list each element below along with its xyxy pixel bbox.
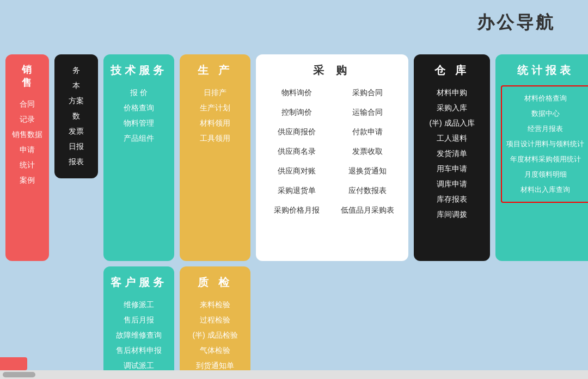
sales-item[interactable]: 统计 <box>20 160 35 170</box>
purchase-item[interactable]: 供应商报价 <box>267 127 327 137</box>
warehouse-item[interactable]: 工人退料 <box>437 134 467 144</box>
stats-items-list: 材料价格查询 数据中心 经营月报表 项目设计用料与领料统计 年度材料采购领用统计… <box>501 85 588 203</box>
card-customer: 客户服务 维修派工 售后月报 故障维修查询 售后材料申报 调试派工 <box>103 266 174 379</box>
purchase-item[interactable]: 运输合同 <box>338 108 397 117</box>
stats-item[interactable]: 年度材料采购领用统计 <box>510 154 581 164</box>
tech-title: 技术服务 <box>111 63 167 78</box>
warehouse-item[interactable]: 库间调拨 <box>437 210 467 220</box>
stats-item[interactable]: 经营月报表 <box>528 124 563 134</box>
stats-item[interactable]: 月度领料明细 <box>524 170 567 179</box>
page-title: 办公导航 <box>477 11 555 35</box>
stats-title: 统计报表 <box>517 63 574 78</box>
purchase-item[interactable]: 控制询价 <box>267 108 327 117</box>
quality-item[interactable]: (半) 成品检验 <box>192 331 237 340</box>
purchase-item[interactable]: 供应商对账 <box>267 166 327 176</box>
tech-item[interactable]: 价格查询 <box>124 103 154 113</box>
quality-item[interactable]: 气体检验 <box>200 346 230 356</box>
sales-title: 销售 <box>22 63 33 89</box>
purchase-item[interactable]: 采购价格月报 <box>267 206 327 215</box>
customer-item[interactable]: 故障维修查询 <box>116 331 162 340</box>
sales-black-item[interactable]: 日报 <box>69 142 84 152</box>
card-sales: 销售 合同 记录 销售数据 申请 统计 案例 <box>5 54 49 261</box>
sales-black-item[interactable]: 务 <box>72 66 80 76</box>
stats-item[interactable]: 数据中心 <box>531 109 560 119</box>
customer-item[interactable]: 维修派工 <box>124 300 154 310</box>
purchase-item[interactable]: 物料询价 <box>267 88 327 98</box>
purchase-item[interactable]: 低值品月采购表 <box>338 206 397 215</box>
tech-item[interactable]: 产品组件 <box>124 134 154 144</box>
scrollbar-thumb[interactable] <box>3 372 35 377</box>
col-tech-customer: 技术服务 报 价 价格查询 物料管理 产品组件 客户服务 维修派工 售后月报 故… <box>103 54 174 379</box>
stats-item[interactable]: 项目设计用料与领料统计 <box>506 139 584 149</box>
sales-black-item[interactable]: 方案 <box>69 96 84 106</box>
quality-item[interactable]: 到货通知单 <box>196 361 234 371</box>
warehouse-item[interactable]: 采购入库 <box>437 103 467 113</box>
production-item[interactable]: 材料领用 <box>200 119 230 128</box>
sales-black-item[interactable]: 发票 <box>69 127 84 136</box>
sales-item[interactable]: 记录 <box>20 115 35 125</box>
card-purchase: 采 购 物料询价 采购合同 控制询价 运输合同 供应商报价 付款申请 供应商名录… <box>256 54 408 261</box>
col-prod-quality: 生 产 日排产 生产计划 材料领用 工具领用 质 检 来料检验 过程检验 (半)… <box>180 54 250 379</box>
card-tech: 技术服务 报 价 价格查询 物料管理 产品组件 <box>103 54 174 261</box>
sales-item[interactable]: 销售数据 <box>12 130 42 140</box>
production-item[interactable]: 工具领用 <box>200 134 230 144</box>
warehouse-item[interactable]: 材料申购 <box>437 88 467 98</box>
warehouse-item[interactable]: 发货清单 <box>437 149 467 159</box>
tech-item[interactable]: 报 价 <box>130 88 148 98</box>
card-quality: 质 检 来料检验 过程检验 (半) 成品检验 气体检验 到货通知单 <box>180 266 250 379</box>
warehouse-title: 仓 库 <box>434 63 469 78</box>
tech-item[interactable]: 物料管理 <box>124 119 154 128</box>
production-item[interactable]: 生产计划 <box>200 103 230 113</box>
bottom-status-bar <box>0 357 27 370</box>
sales-item[interactable]: 合同 <box>20 100 35 109</box>
sales-black-item[interactable]: 本 <box>72 81 80 91</box>
nav-container: 销售 合同 记录 销售数据 申请 统计 案例 务 本 方案 数 发票 日报 报表… <box>0 54 588 379</box>
purchase-item[interactable]: 供应商名录 <box>267 147 327 157</box>
card-production: 生 产 日排产 生产计划 材料领用 工具领用 <box>180 54 250 261</box>
stats-item[interactable]: 材料出入库查询 <box>520 185 570 195</box>
card-warehouse: 仓 库 材料申购 采购入库 (半) 成品入库 工人退料 发货清单 用车申请 调库… <box>414 54 490 261</box>
purchase-item[interactable]: 应付数报表 <box>338 186 397 196</box>
warehouse-item[interactable]: (半) 成品入库 <box>429 119 474 128</box>
sales-black-item[interactable]: 报表 <box>69 157 84 167</box>
purchase-item[interactable]: 退换货通知 <box>338 166 397 176</box>
purchase-item[interactable]: 采购合同 <box>338 88 397 98</box>
purchase-items-grid: 物料询价 采购合同 控制询价 运输合同 供应商报价 付款申请 供应商名录 发票收… <box>261 85 403 218</box>
purchase-item[interactable]: 采购退货单 <box>267 186 327 196</box>
quality-title: 质 检 <box>198 275 232 290</box>
customer-item[interactable]: 调试派工 <box>124 361 154 371</box>
customer-title: 客户服务 <box>111 275 167 290</box>
customer-item[interactable]: 售后月报 <box>124 315 154 325</box>
card-sales-black: 务 本 方案 数 发票 日报 报表 <box>54 54 98 178</box>
horizontal-scrollbar[interactable] <box>0 370 588 379</box>
customer-item[interactable]: 售后材料申报 <box>116 346 162 356</box>
production-item[interactable]: 日排产 <box>204 88 226 98</box>
purchase-title: 采 购 <box>313 63 351 78</box>
production-title: 生 产 <box>198 63 232 78</box>
sales-black-item[interactable]: 数 <box>72 111 80 121</box>
quality-item[interactable]: 过程检验 <box>200 315 230 325</box>
sales-item[interactable]: 案例 <box>20 176 35 185</box>
card-stats: 统计报表 材料价格查询 数据中心 经营月报表 项目设计用料与领料统计 年度材料采… <box>495 54 588 261</box>
purchase-item[interactable]: 付款申请 <box>338 127 397 137</box>
stats-item[interactable]: 材料价格查询 <box>524 94 567 103</box>
warehouse-item[interactable]: 库存报表 <box>437 195 467 204</box>
warehouse-item[interactable]: 用车申请 <box>437 164 467 174</box>
quality-item[interactable]: 来料检验 <box>200 300 230 310</box>
sales-item[interactable]: 申请 <box>20 145 35 155</box>
purchase-item[interactable]: 发票收取 <box>338 147 397 157</box>
warehouse-item[interactable]: 调库申请 <box>437 179 467 189</box>
